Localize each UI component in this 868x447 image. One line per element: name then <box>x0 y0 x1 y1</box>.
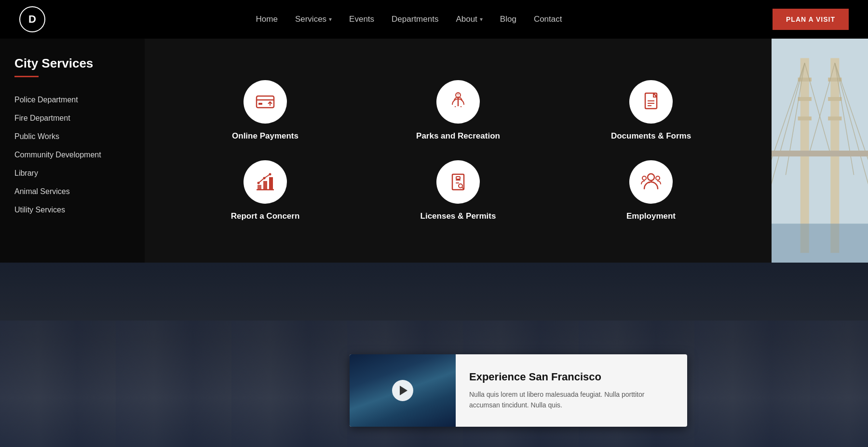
video-info: Experience San Francisco Nulla quis lore… <box>456 359 687 422</box>
sidebar-item-animal-services[interactable]: Animal Services <box>14 182 130 201</box>
svg-point-14 <box>258 182 260 184</box>
bridge-svg <box>772 39 868 263</box>
svg-point-20 <box>648 174 654 181</box>
report-icon-circle <box>244 160 287 204</box>
svg-rect-29 <box>798 116 812 120</box>
svg-rect-0 <box>257 96 274 108</box>
sidebar-list: Police Department Fire Department Public… <box>14 91 130 219</box>
play-icon <box>400 386 407 395</box>
nav-home[interactable]: Home <box>256 14 278 24</box>
employment-icon-circle <box>629 160 673 204</box>
nav-departments[interactable]: Departments <box>392 14 438 24</box>
svg-rect-41 <box>772 151 868 156</box>
svg-point-16 <box>269 173 271 176</box>
svg-rect-2 <box>258 103 262 105</box>
svg-point-5 <box>457 93 460 96</box>
svg-rect-11 <box>263 181 267 190</box>
sidebar-underline <box>14 76 39 77</box>
permits-label: Licenses & Permits <box>420 211 496 221</box>
service-licenses-permits[interactable]: Licenses & Permits <box>366 160 550 221</box>
svg-rect-31 <box>828 97 841 101</box>
service-report-concern[interactable]: Report a Concern <box>174 160 357 221</box>
permits-icon-circle <box>436 160 480 204</box>
service-parks-recreation[interactable]: Parks and Recreation <box>366 80 550 141</box>
main-section: City Services Police Department Fire Dep… <box>0 39 868 263</box>
bridge-image <box>772 39 868 263</box>
report-concern-label: Report a Concern <box>231 211 300 221</box>
city-section: Experience San Francisco Nulla quis lore… <box>0 263 868 447</box>
svg-point-21 <box>656 176 660 180</box>
video-description: Nulla quis lorem ut libero malesuada feu… <box>469 389 674 411</box>
sidebar-item-library[interactable]: Library <box>14 164 130 182</box>
sidebar-item-community-dev[interactable]: Community Development <box>14 146 130 164</box>
nav-about[interactable]: About ▾ <box>456 14 482 24</box>
parks-label: Parks and Recreation <box>416 131 500 141</box>
nav-blog[interactable]: Blog <box>500 14 516 24</box>
service-employment[interactable]: Employment <box>559 160 743 221</box>
logo[interactable]: D <box>19 6 45 32</box>
about-chevron-icon: ▾ <box>480 16 483 23</box>
main-nav: Home Services ▾ Events Departments About… <box>256 14 562 24</box>
svg-rect-42 <box>772 224 868 263</box>
nav-contact[interactable]: Contact <box>534 14 562 24</box>
svg-point-22 <box>642 176 646 180</box>
nav-services[interactable]: Services ▾ <box>295 14 332 24</box>
header: D Home Services ▾ Events Departments Abo… <box>0 0 868 39</box>
sidebar-item-fire[interactable]: Fire Department <box>14 109 130 127</box>
nav-events[interactable]: Events <box>349 14 374 24</box>
svg-rect-28 <box>798 97 812 101</box>
parks-icon-circle <box>436 80 480 124</box>
services-grid: Online Payments Parks and Recreation <box>145 39 772 263</box>
video-card: Experience San Francisco Nulla quis lore… <box>350 354 687 427</box>
video-thumbnail <box>350 354 456 427</box>
sidebar-item-public-works[interactable]: Public Works <box>14 127 130 146</box>
svg-rect-12 <box>269 177 273 190</box>
sidebar: City Services Police Department Fire Dep… <box>0 39 145 263</box>
permit-icon <box>447 170 470 194</box>
video-thumb-inner <box>350 354 456 427</box>
play-button[interactable] <box>392 380 413 401</box>
service-documents-forms[interactable]: Documents & Forms <box>559 80 743 141</box>
park-icon <box>447 90 470 113</box>
employment-label: Employment <box>626 211 676 221</box>
credit-card-icon <box>254 90 277 113</box>
chart-icon <box>254 170 277 194</box>
video-title: Experience San Francisco <box>469 371 674 383</box>
sidebar-item-police[interactable]: Police Department <box>14 91 130 109</box>
sidebar-item-utility-services[interactable]: Utility Services <box>14 201 130 219</box>
city-background: Experience San Francisco Nulla quis lore… <box>0 263 868 447</box>
people-icon <box>639 170 663 194</box>
online-payments-icon-circle <box>244 80 287 124</box>
online-payments-label: Online Payments <box>232 131 298 141</box>
documents-icon-circle <box>629 80 673 124</box>
document-icon <box>639 90 663 113</box>
service-online-payments[interactable]: Online Payments <box>174 80 357 141</box>
svg-rect-10 <box>258 185 261 190</box>
sidebar-title: City Services <box>14 56 130 71</box>
services-chevron-icon: ▾ <box>329 16 332 23</box>
svg-rect-18 <box>456 177 460 179</box>
svg-point-15 <box>263 177 266 180</box>
plan-visit-button[interactable]: PLAN A VISIT <box>773 9 849 30</box>
svg-rect-32 <box>828 116 841 120</box>
documents-label: Documents & Forms <box>611 131 691 141</box>
